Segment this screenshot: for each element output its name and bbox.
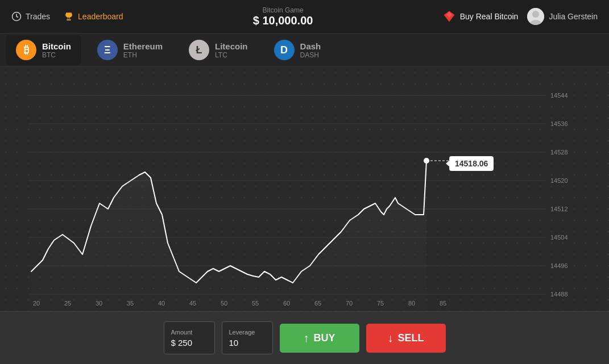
svg-text:14512: 14512 <box>550 206 568 212</box>
price-tooltip: 14518.06 <box>449 156 494 171</box>
tab-ethereum[interactable]: Ξ Ethereum ETH <box>87 35 173 65</box>
crypto-tabs: ₿ Bitcoin BTC Ξ Ethereum ETH Ł Litecoin … <box>0 34 609 67</box>
nav-left: Trades Leaderboard <box>11 11 123 22</box>
tooltip-price: 14518.06 <box>455 159 488 168</box>
leverage-input[interactable]: Leverage 10 <box>222 321 273 354</box>
svg-text:14520: 14520 <box>550 177 568 184</box>
svg-text:85: 85 <box>440 300 446 307</box>
buy-label: BUY <box>313 332 335 344</box>
litecoin-icon: Ł <box>189 40 209 60</box>
nav-center: Bitcoin Game $ 10,000.00 <box>123 6 442 27</box>
litecoin-name: Litecoin <box>215 41 248 51</box>
leaderboard-label: Leaderboard <box>78 12 123 21</box>
game-label: Bitcoin Game <box>123 6 442 14</box>
svg-text:14488: 14488 <box>550 291 568 298</box>
user-section: Julia Gerstein <box>527 8 598 25</box>
ethereum-symbol: ETH <box>123 51 163 59</box>
buy-button[interactable]: ↑ BUY <box>280 324 359 353</box>
litecoin-tab-info: Litecoin LTC <box>215 41 248 59</box>
ethereum-icon: Ξ <box>97 40 118 60</box>
sell-button[interactable]: ↓ SELL <box>366 324 446 353</box>
dash-icon: D <box>274 40 295 60</box>
tab-bitcoin[interactable]: ₿ Bitcoin BTC <box>6 35 81 65</box>
leaderboard-nav-item[interactable]: Leaderboard <box>64 11 123 22</box>
chart-container: 14544 14536 14528 14520 14512 14504 1449… <box>0 67 609 311</box>
dash-name: Dash <box>300 41 321 51</box>
tab-dash[interactable]: D Dash DASH <box>264 35 332 65</box>
amount-value: $ 250 <box>171 338 208 348</box>
ethereum-name: Ethereum <box>123 41 163 51</box>
trades-nav-item[interactable]: Trades <box>11 11 50 22</box>
svg-text:14528: 14528 <box>550 149 568 156</box>
dash-tab-info: Dash DASH <box>300 41 321 59</box>
diamond-icon <box>443 10 455 23</box>
sell-arrow-icon: ↓ <box>387 332 393 345</box>
svg-rect-1 <box>67 19 71 20</box>
sell-label: SELL <box>397 332 424 344</box>
chart-svg: 14544 14536 14528 14520 14512 14504 1449… <box>0 67 609 311</box>
history-icon <box>11 11 22 22</box>
svg-text:14536: 14536 <box>550 120 568 127</box>
nav-right: Buy Real Bitcoin Julia Gerstein <box>443 8 598 25</box>
game-amount: $ 10,000.00 <box>123 14 442 27</box>
svg-text:14544: 14544 <box>550 92 568 99</box>
amount-label: Amount <box>171 329 208 336</box>
svg-text:14496: 14496 <box>550 262 568 269</box>
amount-input[interactable]: Amount $ 250 <box>164 321 215 354</box>
trophy-icon <box>64 11 74 22</box>
avatar-icon <box>527 8 544 25</box>
svg-text:14504: 14504 <box>550 234 568 241</box>
top-nav: Trades Leaderboard Bitcoin Game $ 10,000… <box>0 0 609 34</box>
bottom-bar: Amount $ 250 Leverage 10 ↑ BUY ↓ SELL <box>0 311 609 364</box>
buy-real-bitcoin-button[interactable]: Buy Real Bitcoin <box>443 10 519 23</box>
leverage-label: Leverage <box>229 329 266 336</box>
bitcoin-tab-info: Bitcoin BTC <box>42 41 71 59</box>
buy-arrow-icon: ↑ <box>303 332 309 345</box>
litecoin-symbol: LTC <box>215 51 248 59</box>
user-name: Julia Gerstein <box>549 12 598 21</box>
avatar <box>527 8 544 25</box>
bitcoin-name: Bitcoin <box>42 41 71 51</box>
ethereum-tab-info: Ethereum ETH <box>123 41 163 59</box>
tab-litecoin[interactable]: Ł Litecoin LTC <box>179 35 258 65</box>
bitcoin-icon: ₿ <box>16 40 36 60</box>
svg-point-5 <box>532 11 539 18</box>
leverage-value: 10 <box>229 338 266 348</box>
dash-symbol: DASH <box>300 51 321 59</box>
bitcoin-symbol: BTC <box>42 51 71 59</box>
trades-label: Trades <box>26 12 50 21</box>
buy-real-label: Buy Real Bitcoin <box>460 12 519 21</box>
